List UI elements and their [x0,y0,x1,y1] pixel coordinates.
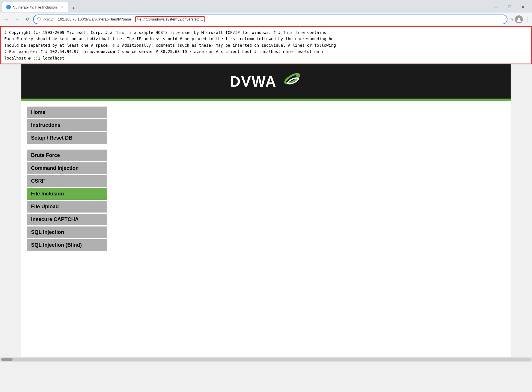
sidebar-item-sql-injection-blind[interactable]: SQL Injection (Blind) [27,239,107,251]
sidebar: Home Instructions Setup / Reset DB Brute… [21,101,113,357]
sidebar-group-vulnerabilities: Brute Force Command Injection CSRF File … [27,150,107,251]
file-leak-line4: # For example: # # 102.54.94.97 rhino.ac… [4,48,528,55]
dvwa-header: DVWA [21,64,511,99]
svg-point-2 [518,18,520,20]
tab-close-button[interactable]: ✕ [59,5,64,10]
sidebar-item-sql-injection[interactable]: SQL Injection [27,226,107,238]
back-button[interactable]: ← [2,15,11,24]
reload-button[interactable]: ↻ [23,15,32,24]
file-leak-line5: localhost # ::1 localhost [4,55,528,61]
browser-menu-button[interactable]: ⋮ [525,16,530,23]
svg-point-5 [296,74,299,77]
sidebar-item-csrf[interactable]: CSRF [27,175,107,187]
file-leak-line2: Each # entry should be kept on an indivi… [4,36,528,42]
security-icon: ⓘ [37,17,41,22]
sidebar-group-main: Home Instructions Setup / Reset DB [27,107,107,144]
sidebar-item-insecure-captcha[interactable]: Insecure CAPTCHA [27,214,107,225]
tab-title: Vulnerability: File Inclusion [13,5,57,9]
bookmark-button[interactable]: ☆ [510,17,514,22]
address-bar[interactable]: ⓘ 不安全 | 192.168.75.100/dvwa/vulnerabilit… [33,15,507,24]
content-wrapper: DVWA Home Instructi [0,64,532,357]
url-highlighted-part: file:///C:/windows/system32/drivers/etc… [135,16,205,22]
scrollbar-track [1,358,531,361]
scrollbar-thumb[interactable] [1,358,13,361]
bottom-scrollbar[interactable] [0,357,532,362]
dvwa-logo: DVWA [230,70,302,93]
url-normal-part: 192.168.75.100/dvwa/vulnerabilities/fi/?… [58,17,133,21]
url-separator: | [55,17,56,21]
main-layout: Home Instructions Setup / Reset DB Brute… [21,101,511,357]
title-bar: 🌐 Vulnerability: File Inclusion ✕ + — ❐ … [0,0,532,13]
file-leak-line1: # Copyright (c) 1993-2009 Microsoft Corp… [4,29,528,36]
file-leak-line3: should be separated by at least one # sp… [4,42,528,48]
dvwa-logo-text: DVWA [230,73,277,90]
sidebar-item-file-inclusion[interactable]: File Inclusion [27,188,107,200]
tab-favicon: 🌐 [6,5,11,9]
window-controls: — ❐ ✕ [489,3,530,12]
dvwa-swoosh-icon [277,70,302,93]
sidebar-item-instructions[interactable]: Instructions [27,119,107,131]
main-content-area [113,101,511,357]
navigation-bar: ← → ↻ ⓘ 不安全 | 192.168.75.100/dvwa/vulner… [0,13,532,26]
minimize-button[interactable]: — [489,3,502,12]
sidebar-item-home[interactable]: Home [27,107,107,118]
green-accent-bar [21,99,511,101]
new-tab-button[interactable]: + [69,4,77,12]
sidebar-item-file-upload[interactable]: File Upload [27,201,107,213]
tab-area: 🌐 Vulnerability: File Inclusion ✕ + [2,2,489,12]
file-leak-banner: # Copyright (c) 1993-2009 Microsoft Corp… [0,26,532,64]
svg-text:🌐: 🌐 [7,6,10,9]
sidebar-item-brute-force[interactable]: Brute Force [27,150,107,161]
browser-window: 🌐 Vulnerability: File Inclusion ✕ + — ❐ … [0,0,532,362]
sidebar-item-command-injection[interactable]: Command Injection [27,162,107,174]
maximize-button[interactable]: ❐ [503,3,516,12]
forward-button[interactable]: → [13,15,22,24]
close-button[interactable]: ✕ [517,3,530,12]
active-tab[interactable]: 🌐 Vulnerability: File Inclusion ✕ [2,2,68,12]
security-label: 不安全 [42,17,54,22]
profile-button[interactable] [515,15,523,23]
sidebar-item-setup-reset[interactable]: Setup / Reset DB [27,132,107,144]
